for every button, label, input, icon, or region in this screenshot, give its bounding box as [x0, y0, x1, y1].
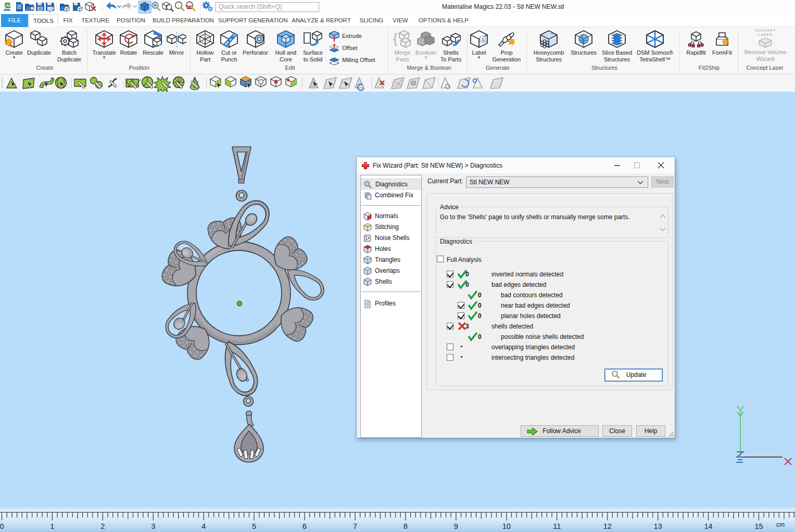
svg-text:15: 15 [754, 522, 763, 530]
svg-text:cm: cm [776, 521, 785, 528]
svg-text:A: A [482, 37, 485, 43]
svg-text:2: 2 [100, 522, 105, 530]
svg-text:1: 1 [50, 522, 54, 530]
svg-text:0: 0 [0, 522, 4, 530]
svg-text:6: 6 [302, 522, 307, 530]
svg-text:5: 5 [252, 522, 256, 530]
svg-text:4: 4 [201, 522, 206, 530]
svg-text:7: 7 [353, 522, 357, 530]
svg-text:8: 8 [403, 522, 408, 530]
svg-text:{: { [393, 31, 398, 46]
svg-text:9: 9 [454, 522, 458, 530]
svg-text:13: 13 [654, 522, 662, 530]
svg-text:10: 10 [502, 522, 511, 530]
svg-text:3: 3 [151, 522, 155, 530]
svg-text:11: 11 [553, 522, 561, 530]
svg-text:12: 12 [603, 522, 612, 530]
svg-text:14: 14 [704, 522, 712, 530]
